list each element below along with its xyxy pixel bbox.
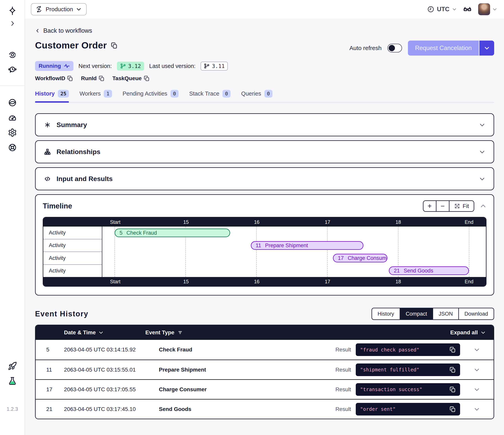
summary-section[interactable]: Summary <box>35 113 494 136</box>
collapse-control[interactable] <box>479 122 485 128</box>
relationships-section[interactable]: Relationships <box>35 140 494 163</box>
axis-tick: 17 <box>325 279 330 285</box>
timeline-axis-top: Start 15 16 17 18 End <box>43 218 486 227</box>
tab-label: Stack Trace <box>189 90 219 97</box>
sidebar-item-nexus[interactable] <box>8 6 17 15</box>
sitemap-icon <box>44 148 51 156</box>
avatar[interactable] <box>478 3 490 15</box>
copy-icon <box>67 75 73 81</box>
download-button[interactable]: Download <box>459 308 494 319</box>
collapse-control[interactable] <box>479 149 485 155</box>
section-title: Relationships <box>56 148 100 156</box>
timeline-bar-charge-consumer[interactable]: 17 Charge Consumer <box>333 254 387 262</box>
fit-button[interactable]: Fit <box>450 201 474 211</box>
copy-workflow-name-button[interactable] <box>111 42 117 49</box>
tab-history[interactable]: History 25 <box>35 90 69 102</box>
bar-event-id: 5 <box>119 230 122 236</box>
gauge-icon <box>8 113 17 122</box>
axis-tick: Start <box>110 219 120 225</box>
auto-refresh-toggle[interactable] <box>387 44 402 52</box>
sort-by-date[interactable]: Date & Time <box>64 329 104 336</box>
result-label: Result <box>335 367 351 373</box>
timezone-selector[interactable]: UTC <box>427 6 457 13</box>
chevron-left-icon <box>35 28 40 33</box>
chevron-down-icon <box>452 7 457 12</box>
ids-row: WorkflowID RunId TaskQueue <box>35 75 494 82</box>
request-cancelation-dropdown[interactable] <box>479 41 494 56</box>
asterisk-icon <box>44 121 51 129</box>
sidebar-item-temporal[interactable] <box>8 98 17 107</box>
copy-result-button[interactable] <box>450 386 456 393</box>
status-label: Running <box>39 63 61 69</box>
sidebar-item-workflows[interactable] <box>8 50 17 59</box>
collapse-control[interactable] <box>479 176 485 182</box>
filter-event-type[interactable]: Event Type <box>145 329 182 336</box>
copy-result-button[interactable] <box>450 367 456 373</box>
copy-result-button[interactable] <box>450 406 456 412</box>
table-row[interactable]: 11 2063-04-05 UTC 03:15:55.01 Prepare Sh… <box>36 360 494 379</box>
sidebar-item-settings[interactable] <box>8 128 17 137</box>
zoom-in-button[interactable]: + <box>423 201 436 211</box>
workflow-tabs: History 25 Workers 1 Pending Activities … <box>35 90 494 103</box>
zoom-out-button[interactable]: − <box>436 201 450 211</box>
timezone-label: UTC <box>437 6 450 13</box>
tab-pending-activities[interactable]: Pending Activities 0 <box>123 90 179 102</box>
copy-run-id[interactable]: RunId <box>81 75 104 82</box>
copy-workflow-id[interactable]: WorkflowID <box>35 75 73 82</box>
toggle-knob <box>389 45 395 51</box>
table-row[interactable]: 21 2063-04-05 UTC 03:17:45.10 Send Goods… <box>36 399 494 419</box>
sidebar-expand-button[interactable] <box>9 20 16 27</box>
result-pill: "transaction success" <box>356 383 460 396</box>
tab-label: Workers <box>80 90 101 97</box>
request-cancelation-button[interactable]: Request Cancelation <box>408 41 479 56</box>
tab-stack-trace[interactable]: Stack Trace 0 <box>189 90 231 102</box>
workflow-id-label: WorkflowID <box>35 75 65 82</box>
gridline <box>469 227 469 277</box>
timeline-bar-check-fraud[interactable]: 5 Check Fraud <box>115 229 230 237</box>
copy-result-button[interactable] <box>450 347 456 353</box>
tab-queries[interactable]: Queries 0 <box>241 90 272 102</box>
timeline-collapse-button[interactable] <box>480 203 486 209</box>
table-row[interactable]: 5 2063-04-05 UTC 03:14:15.92 Check Fraud… <box>36 340 494 360</box>
expand-all-control[interactable]: Expand all <box>450 329 486 336</box>
view-history-button[interactable]: History <box>372 308 400 319</box>
chevron-down-icon <box>474 386 480 393</box>
event-id: 5 <box>36 347 64 353</box>
run-id-label: RunId <box>81 75 97 82</box>
copy-task-queue[interactable]: TaskQueue <box>112 75 150 82</box>
fit-expand-icon <box>454 203 460 209</box>
back-to-workflows-link[interactable]: Back to workflows <box>35 27 92 34</box>
table-row[interactable]: 17 2063-04-05 UTC 03:17:05.55 Charge Con… <box>36 379 494 399</box>
sidebar-item-labs[interactable] <box>8 377 17 386</box>
sidebar-nav: 1.2.3 <box>0 0 25 435</box>
sidebar-item-getting-started[interactable] <box>8 361 17 370</box>
feedback-glasses-button[interactable] <box>462 5 472 13</box>
sidebar-item-support[interactable] <box>8 143 17 152</box>
expand-row-button[interactable] <box>460 347 494 353</box>
timeline-controls: + − Fit <box>423 200 486 212</box>
timeline-bar-prepare-shipment[interactable]: 11 Prepare Shipment <box>251 241 363 250</box>
fit-label: Fit <box>463 203 469 209</box>
bar-event-id: 11 <box>256 242 261 249</box>
next-version-value: 3.12 <box>128 63 141 69</box>
view-json-button[interactable]: JSON <box>433 308 459 319</box>
sidebar-item-schedules[interactable] <box>8 65 17 74</box>
axis-tick: 15 <box>183 279 189 285</box>
expand-row-button[interactable] <box>460 367 494 373</box>
page-title: Customer Order <box>35 40 107 51</box>
chevron-down-icon <box>474 367 480 373</box>
event-type: Charge Consumer <box>159 386 335 393</box>
timeline-bar-send-goods[interactable]: 21 Send Goods <box>389 266 469 275</box>
view-compact-button[interactable]: Compact <box>400 308 433 319</box>
namespace-selector[interactable]: Production <box>31 3 87 15</box>
expand-row-button[interactable] <box>460 386 494 393</box>
tab-workers[interactable]: Workers 1 <box>80 90 112 102</box>
chevron-up-icon <box>480 203 486 209</box>
account-menu[interactable] <box>478 3 497 15</box>
chevron-down-icon <box>479 122 485 128</box>
bar-event-id: 21 <box>394 268 400 274</box>
row-label: Activity <box>43 265 102 277</box>
input-results-section[interactable]: Input and Results <box>35 167 494 190</box>
expand-row-button[interactable] <box>460 406 494 412</box>
sidebar-item-usage[interactable] <box>8 113 17 122</box>
